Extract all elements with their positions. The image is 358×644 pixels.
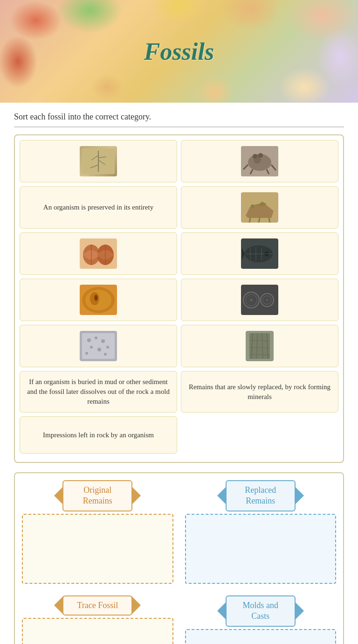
text-mold: If an organism is buried in mud or other… [26,377,171,406]
svg-point-56 [104,353,107,356]
tree-bark-svg [246,331,274,361]
sort-row-1 [20,140,338,182]
drop-zone-molds-casts[interactable] [185,629,337,644]
banner-molds-casts: Molds and Casts [185,595,337,627]
banner-arrow-left-orange-2 [54,596,63,615]
drop-zone-replaced-remains[interactable] [185,514,337,584]
category-original-remains: Original Remains [20,478,176,586]
svg-point-10 [258,153,263,158]
sort-cell-rock-print[interactable] [20,325,177,367]
sort-cell-text-mold[interactable]: If an organism is buried in mud or other… [20,371,177,413]
sort-row-3 [20,232,338,275]
banner-arrow-right-blue-2 [295,602,304,620]
svg-point-42 [250,299,253,301]
banner-arrow-left-blue-1 [217,486,227,505]
svg-line-19 [269,218,270,223]
sort-cell-bear[interactable] [181,140,338,182]
fossil-tree-bark-image [246,331,274,361]
page-title: Fossils [144,38,214,65]
banner-original-remains: Original Remains [22,480,173,511]
fossil-shells-image [80,238,117,269]
svg-rect-48 [82,333,115,359]
banner-arrow-left-blue-2 [217,602,227,620]
fossil-bear-image [241,146,278,176]
svg-point-46 [266,299,268,301]
banner-arrow-right-orange-2 [131,596,141,615]
fossil-ammonite-image [241,285,278,315]
banner-arrow-left-orange [54,486,63,505]
category-label-replaced-remains: Replaced Remains [226,480,296,511]
category-label-molds-casts: Molds and Casts [226,595,296,627]
svg-point-53 [97,348,101,351]
sort-cell-ammonite[interactable] [181,279,338,321]
shells-svg [80,238,117,269]
sort-row-7: Impressions left in rock by an organism [20,416,338,454]
amber-svg [80,285,117,315]
sort-cell-text-impressions[interactable]: Impressions left in rock by an organism [20,416,177,454]
drop-zone-original-remains[interactable] [22,514,173,584]
banner-replaced-remains-inner: Replaced Remains [226,480,296,511]
ammonite-svg [241,285,278,315]
fish-svg [241,238,278,269]
sort-row-5 [20,325,338,367]
rock-print-svg [80,331,117,361]
banner-arrow-right-orange [131,486,141,505]
fossil-plant-image [80,146,117,176]
svg-point-55 [85,352,88,355]
sort-row-4 [20,279,338,321]
text-impressions: Impressions left in rock by an organism [43,430,154,440]
svg-point-54 [106,346,109,349]
sort-grid: An organism is preserved in its entirety [14,134,344,463]
sort-row-2: An organism is preserved in its entirety [20,186,338,229]
svg-point-49 [87,338,91,342]
svg-point-9 [253,154,257,159]
plant-fossil-svg [82,148,115,174]
svg-point-52 [90,346,93,349]
svg-line-18 [259,218,260,223]
sort-cell-shells[interactable] [20,232,177,275]
svg-point-16 [251,204,255,208]
text-replaced: Remains that are slowly replaced, by roc… [187,382,332,402]
svg-line-17 [249,218,250,223]
fossil-dino-image [241,192,278,223]
banner-original-remains-inner: Original Remains [62,480,132,511]
banner-replaced-remains: Replaced Remains [185,480,337,511]
banner-molds-casts-inner: Molds and Casts [226,595,296,627]
instructions-text: Sort each fossil into the correct catego… [14,112,344,127]
sort-cell-text-organism[interactable]: An organism is preserved in its entirety [20,186,177,229]
sort-cell-tree-bark[interactable] [181,325,338,367]
category-label-trace-fossil: Trace Fossil [62,595,132,616]
category-label-original-remains: Original Remains [62,480,132,511]
sort-cell-text-replaced[interactable]: Remains that are slowly replaced, by roc… [181,371,338,413]
svg-point-51 [101,339,105,343]
sort-cell-dino[interactable] [181,186,338,229]
categories-grid: Original Remains Replaced Remains [20,478,338,644]
banner-arrow-right-blue-1 [295,486,304,505]
banner-trace-fossil-inner: Trace Fossil [62,595,132,616]
sort-row-6: If an organism is buried in mud or other… [20,371,338,413]
svg-point-50 [95,336,97,339]
fossil-rock-print-image [80,331,117,361]
drop-zone-trace-fossil[interactable] [22,618,173,644]
sort-cell-fish[interactable] [181,232,338,275]
fossil-fish-image [241,238,278,269]
text-organism-preserved: An organism is preserved in its entirety [43,203,153,212]
fossil-amber-image [80,285,117,315]
category-molds-casts: Molds and Casts [183,593,339,644]
category-replaced-remains: Replaced Remains [183,478,339,586]
category-trace-fossil: Trace Fossil [20,593,176,644]
dino-svg [241,192,278,223]
categories-section: Original Remains Replaced Remains [14,472,344,644]
header: Fossils [0,0,358,103]
sort-cell-plant[interactable] [20,140,177,182]
main-content: Sort each fossil into the correct catego… [0,103,358,644]
banner-trace-fossil: Trace Fossil [22,595,173,616]
sort-cell-amber[interactable] [20,279,177,321]
svg-rect-38 [241,285,278,315]
bear-fossil-svg [241,146,278,176]
